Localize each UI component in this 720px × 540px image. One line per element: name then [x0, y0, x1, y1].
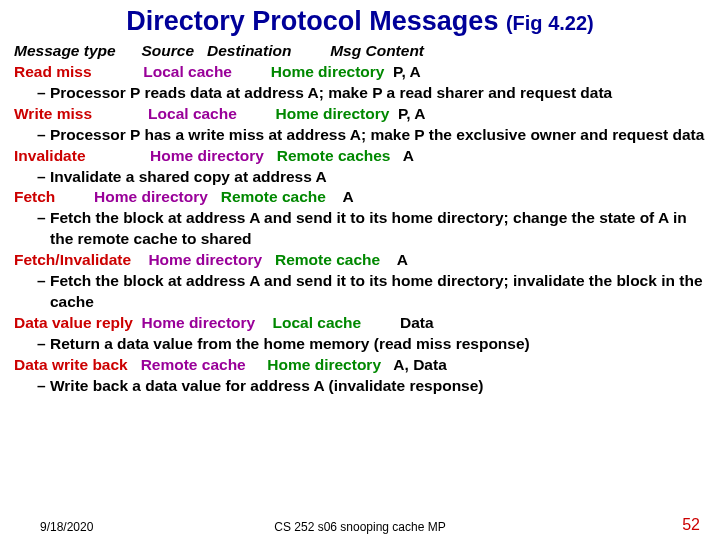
msg-content: Data [400, 314, 434, 331]
msg-src: Local cache [148, 105, 237, 122]
msg-src: Home directory [142, 314, 256, 331]
msg-dst: Home directory [276, 105, 390, 122]
msg-dst: Remote cache [221, 188, 326, 205]
msg-src: Home directory [94, 188, 208, 205]
slide-title: Directory Protocol Messages (Fig 4.22) [0, 6, 720, 37]
msg-type: Fetch [14, 188, 55, 205]
msg-desc: Return a data value from the home memory… [14, 334, 706, 355]
msg-desc: Processor P reads data at address A; mak… [14, 83, 706, 104]
table-row: Fetch Home directory Remote cache A [14, 187, 706, 208]
table-row: Read miss Local cache Home directory P, … [14, 62, 706, 83]
table-row: Data value reply Home directory Local ca… [14, 313, 706, 334]
msg-type: Data value reply [14, 314, 133, 331]
footer-date: 9/18/2020 [40, 520, 93, 534]
msg-desc: Processor P has a write miss at address … [14, 125, 706, 146]
footer-slide-number: 52 [682, 516, 700, 534]
msg-dst: Remote caches [277, 147, 391, 164]
msg-desc: Fetch the block at address A and send it… [14, 271, 706, 313]
msg-desc: Fetch the block at address A and send it… [14, 208, 706, 250]
msg-dst: Remote cache [275, 251, 380, 268]
title-fig: (Fig 4.22) [506, 12, 594, 34]
msg-content: A [403, 147, 414, 164]
msg-content: A [343, 188, 354, 205]
msg-type: Fetch/Invalidate [14, 251, 131, 268]
msg-dst: Home directory [271, 63, 385, 80]
msg-type: Read miss [14, 63, 92, 80]
table-row: Write miss Local cache Home directory P,… [14, 104, 706, 125]
msg-content: P, A [398, 105, 426, 122]
msg-src: Home directory [148, 251, 262, 268]
hdr-type: Message type [14, 42, 116, 59]
table-row: Fetch/Invalidate Home directory Remote c… [14, 250, 706, 271]
msg-content: A, Data [393, 356, 446, 373]
content-block: Message type Source Destination Msg Cont… [0, 41, 720, 397]
msg-type: Write miss [14, 105, 92, 122]
header-row: Message type Source Destination Msg Cont… [14, 41, 706, 62]
msg-src: Remote cache [141, 356, 246, 373]
msg-content: A [397, 251, 408, 268]
msg-type: Data write back [14, 356, 128, 373]
msg-desc: Invalidate a shared copy at address A [14, 167, 706, 188]
table-row: Invalidate Home directory Remote caches … [14, 146, 706, 167]
msg-desc: Write back a data value for address A (i… [14, 376, 706, 397]
hdr-dest: Destination [207, 42, 291, 59]
title-main: Directory Protocol Messages [126, 6, 498, 36]
hdr-msg: Msg Content [330, 42, 424, 59]
msg-dst: Home directory [267, 356, 381, 373]
msg-src: Local cache [143, 63, 232, 80]
msg-type: Invalidate [14, 147, 86, 164]
msg-dst: Local cache [272, 314, 361, 331]
hdr-source: Source [142, 42, 195, 59]
footer-course: CS 252 s06 snooping cache MP [274, 520, 445, 534]
msg-src: Home directory [150, 147, 264, 164]
msg-content: P, A [393, 63, 421, 80]
table-row: Data write back Remote cache Home direct… [14, 355, 706, 376]
